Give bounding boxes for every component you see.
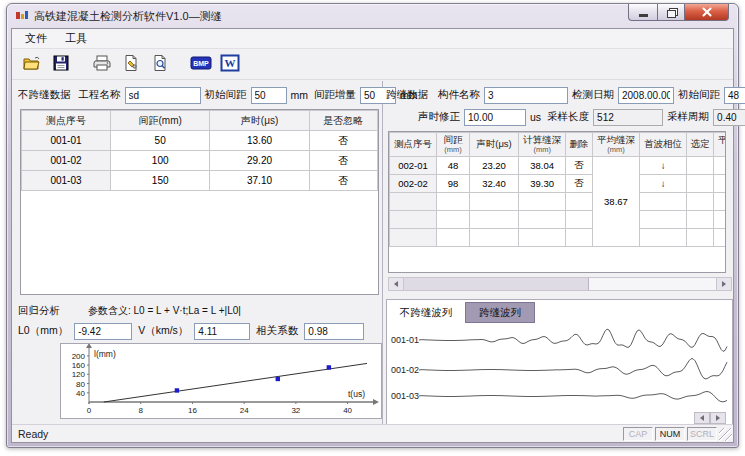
cell[interactable]: 001-01 [22, 131, 111, 151]
toolbar-open-button[interactable] [18, 52, 45, 77]
close-button[interactable] [685, 4, 729, 21]
cell[interactable] [519, 211, 566, 229]
cell[interactable] [687, 193, 714, 211]
cell[interactable] [469, 193, 518, 211]
restore-button[interactable] [657, 4, 685, 21]
cell[interactable] [566, 229, 593, 247]
regression-field-row: L0（mm）V（km/s）相关系数 [18, 321, 380, 341]
cell[interactable] [640, 193, 687, 211]
cell[interactable]: 否 [309, 131, 377, 151]
cross-r1-input-2[interactable] [724, 87, 745, 104]
cell[interactable]: 002-01 [390, 157, 437, 175]
cell[interactable]: 否 [309, 171, 377, 191]
resize-grip[interactable] [719, 428, 732, 441]
cross-header-row: 测点序号间距(mm)声时(μs)计算缝深(mm)删除平均缝深(mm)首波相位选定… [390, 133, 727, 157]
menu-item-0[interactable]: 文件 [16, 29, 56, 48]
cell[interactable]: 38.04 [519, 157, 566, 175]
cell[interactable] [390, 229, 437, 247]
nocross-input-0[interactable] [125, 87, 201, 104]
panel-nocross-title: 不跨缝数据 [18, 88, 71, 102]
cell[interactable]: 98 [437, 175, 470, 193]
cross-r2-input-1[interactable] [593, 109, 663, 126]
toolbar-print-setup-button[interactable] [117, 52, 144, 77]
scrollbar-thumb[interactable] [404, 278, 589, 290]
cell[interactable]: 39.30 [519, 175, 566, 193]
cross-table-hscrollbar[interactable] [388, 277, 732, 291]
cross-r2-input-2[interactable] [713, 109, 745, 126]
cell[interactable]: 否 [566, 157, 593, 175]
cell[interactable] [687, 211, 714, 229]
regression-input-1[interactable] [194, 323, 250, 340]
cell[interactable]: 23.20 [469, 157, 518, 175]
cell[interactable] [713, 175, 726, 193]
tab-wave-1[interactable]: 跨缝波列 [465, 302, 535, 323]
cell[interactable]: ↓ [640, 157, 687, 175]
toolbar-export-word-button[interactable]: W [216, 52, 243, 77]
cell[interactable]: 否 [566, 175, 593, 193]
cell[interactable]: 32.40 [469, 175, 518, 193]
indicator-cap: CAP [623, 427, 653, 441]
toolbar-print-button[interactable] [88, 52, 115, 77]
cell[interactable] [713, 157, 726, 175]
cell[interactable] [519, 229, 566, 247]
cell[interactable] [469, 211, 518, 229]
minimize-button[interactable] [628, 4, 657, 21]
cell[interactable] [566, 193, 593, 211]
cell[interactable] [640, 211, 687, 229]
cell[interactable]: 48 [437, 157, 470, 175]
scroll-left-button[interactable] [389, 278, 404, 290]
regression-label-1: V（km/s） [138, 324, 188, 338]
svg-text:160: 160 [72, 361, 86, 370]
bmp-icon: BMP [190, 54, 212, 75]
cell[interactable] [713, 229, 726, 247]
regression-input-2[interactable] [304, 323, 364, 340]
cell[interactable] [640, 229, 687, 247]
cell[interactable]: 002-02 [390, 175, 437, 193]
cell[interactable]: 50 [111, 131, 210, 151]
vertical-splitter[interactable] [382, 81, 383, 424]
cell[interactable] [713, 193, 726, 211]
cross-r2-label-2: 采样周期 [667, 110, 709, 124]
scroll-right-button[interactable] [716, 278, 731, 290]
cross-r2-input-0[interactable] [464, 109, 526, 126]
wave-scroll-right-button[interactable] [710, 412, 726, 424]
cell[interactable] [469, 229, 518, 247]
cell[interactable]: 否 [309, 151, 377, 171]
cell[interactable] [390, 211, 437, 229]
cell[interactable]: ↓ [640, 175, 687, 193]
toolbar-print-preview-button[interactable] [146, 52, 173, 77]
wave-scroll-left-button[interactable] [694, 412, 710, 424]
cross-r1-input-1[interactable] [618, 87, 674, 104]
cell[interactable]: 13.60 [210, 131, 309, 151]
cell[interactable]: 29.20 [210, 151, 309, 171]
tab-wave-0[interactable]: 不跨缝波列 [391, 302, 461, 323]
cell[interactable] [437, 193, 470, 211]
regression-input-0[interactable] [74, 323, 132, 340]
menu-item-1[interactable]: 工具 [56, 29, 96, 48]
cross-table-box: 测点序号间距(mm)声时(μs)计算缝深(mm)删除平均缝深(mm)首波相位选定… [388, 131, 726, 273]
title-bar[interactable]: 高铁建混凝土检测分析软件V1.0—测缝 [7, 4, 738, 27]
toolbar-save-button[interactable] [47, 52, 74, 77]
cell[interactable] [687, 157, 714, 175]
cell[interactable]: 100 [111, 151, 210, 171]
average-depth-cell[interactable]: 38.67 [592, 157, 639, 247]
cell[interactable] [437, 229, 470, 247]
cell[interactable] [519, 193, 566, 211]
cell[interactable] [687, 229, 714, 247]
cell[interactable]: 001-02 [22, 151, 111, 171]
cross-r1-input-0[interactable] [484, 87, 568, 104]
column-header: 平均缝深(mm) [592, 133, 639, 157]
cell[interactable]: 37.10 [210, 171, 309, 191]
cell[interactable] [437, 211, 470, 229]
column-header: 平均缝深(mm) [713, 133, 726, 157]
cell[interactable]: 001-03 [22, 171, 111, 191]
cell[interactable]: 150 [111, 171, 210, 191]
nocross-input-1[interactable] [251, 87, 287, 104]
page-magnifier-icon [151, 54, 169, 75]
cell[interactable] [713, 211, 726, 229]
nocross-field-row: 不跨缝数据 工程名称初始间距mm间距增量mm [18, 85, 379, 105]
cell[interactable] [390, 193, 437, 211]
cell[interactable] [687, 175, 714, 193]
toolbar-export-bmp-button[interactable]: BMP [187, 52, 214, 77]
cell[interactable] [566, 211, 593, 229]
